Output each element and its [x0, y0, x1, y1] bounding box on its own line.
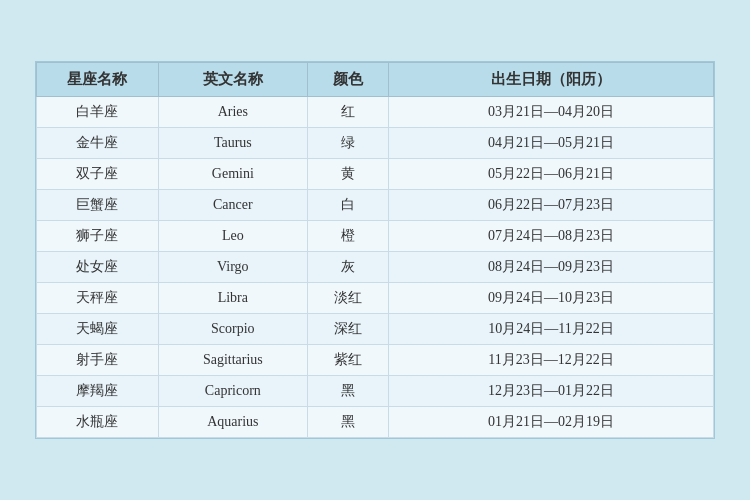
- cell-color: 黄: [307, 159, 388, 190]
- cell-english-name: Taurus: [158, 128, 307, 159]
- cell-chinese-name: 天秤座: [37, 283, 159, 314]
- table-row: 狮子座Leo橙07月24日—08月23日: [37, 221, 714, 252]
- table-row: 巨蟹座Cancer白06月22日—07月23日: [37, 190, 714, 221]
- cell-english-name: Capricorn: [158, 376, 307, 407]
- cell-birth-date: 10月24日—11月22日: [389, 314, 714, 345]
- cell-english-name: Aries: [158, 97, 307, 128]
- cell-birth-date: 05月22日—06月21日: [389, 159, 714, 190]
- table-row: 双子座Gemini黄05月22日—06月21日: [37, 159, 714, 190]
- header-color: 颜色: [307, 63, 388, 97]
- cell-birth-date: 08月24日—09月23日: [389, 252, 714, 283]
- cell-chinese-name: 白羊座: [37, 97, 159, 128]
- table-row: 水瓶座Aquarius黑01月21日—02月19日: [37, 407, 714, 438]
- zodiac-table-container: 星座名称 英文名称 颜色 出生日期（阳历） 白羊座Aries红03月21日—04…: [35, 61, 715, 439]
- cell-chinese-name: 水瓶座: [37, 407, 159, 438]
- cell-color: 黑: [307, 376, 388, 407]
- cell-color: 黑: [307, 407, 388, 438]
- table-header-row: 星座名称 英文名称 颜色 出生日期（阳历）: [37, 63, 714, 97]
- cell-color: 红: [307, 97, 388, 128]
- table-body: 白羊座Aries红03月21日—04月20日金牛座Taurus绿04月21日—0…: [37, 97, 714, 438]
- table-row: 天蝎座Scorpio深红10月24日—11月22日: [37, 314, 714, 345]
- cell-english-name: Scorpio: [158, 314, 307, 345]
- cell-chinese-name: 处女座: [37, 252, 159, 283]
- cell-birth-date: 11月23日—12月22日: [389, 345, 714, 376]
- cell-birth-date: 12月23日—01月22日: [389, 376, 714, 407]
- cell-color: 绿: [307, 128, 388, 159]
- cell-color: 淡红: [307, 283, 388, 314]
- cell-color: 深红: [307, 314, 388, 345]
- cell-english-name: Leo: [158, 221, 307, 252]
- cell-color: 紫红: [307, 345, 388, 376]
- table-row: 金牛座Taurus绿04月21日—05月21日: [37, 128, 714, 159]
- cell-color: 橙: [307, 221, 388, 252]
- cell-birth-date: 03月21日—04月20日: [389, 97, 714, 128]
- header-birth-date: 出生日期（阳历）: [389, 63, 714, 97]
- cell-english-name: Sagittarius: [158, 345, 307, 376]
- cell-chinese-name: 双子座: [37, 159, 159, 190]
- cell-birth-date: 04月21日—05月21日: [389, 128, 714, 159]
- cell-birth-date: 06月22日—07月23日: [389, 190, 714, 221]
- cell-english-name: Libra: [158, 283, 307, 314]
- table-row: 摩羯座Capricorn黑12月23日—01月22日: [37, 376, 714, 407]
- cell-birth-date: 01月21日—02月19日: [389, 407, 714, 438]
- cell-color: 灰: [307, 252, 388, 283]
- cell-color: 白: [307, 190, 388, 221]
- cell-chinese-name: 天蝎座: [37, 314, 159, 345]
- zodiac-table: 星座名称 英文名称 颜色 出生日期（阳历） 白羊座Aries红03月21日—04…: [36, 62, 714, 438]
- cell-chinese-name: 摩羯座: [37, 376, 159, 407]
- cell-chinese-name: 狮子座: [37, 221, 159, 252]
- cell-chinese-name: 金牛座: [37, 128, 159, 159]
- cell-chinese-name: 射手座: [37, 345, 159, 376]
- header-chinese-name: 星座名称: [37, 63, 159, 97]
- table-row: 天秤座Libra淡红09月24日—10月23日: [37, 283, 714, 314]
- header-english-name: 英文名称: [158, 63, 307, 97]
- table-row: 射手座Sagittarius紫红11月23日—12月22日: [37, 345, 714, 376]
- cell-english-name: Aquarius: [158, 407, 307, 438]
- table-row: 处女座Virgo灰08月24日—09月23日: [37, 252, 714, 283]
- cell-english-name: Gemini: [158, 159, 307, 190]
- cell-english-name: Virgo: [158, 252, 307, 283]
- table-row: 白羊座Aries红03月21日—04月20日: [37, 97, 714, 128]
- cell-birth-date: 09月24日—10月23日: [389, 283, 714, 314]
- cell-english-name: Cancer: [158, 190, 307, 221]
- cell-chinese-name: 巨蟹座: [37, 190, 159, 221]
- cell-birth-date: 07月24日—08月23日: [389, 221, 714, 252]
